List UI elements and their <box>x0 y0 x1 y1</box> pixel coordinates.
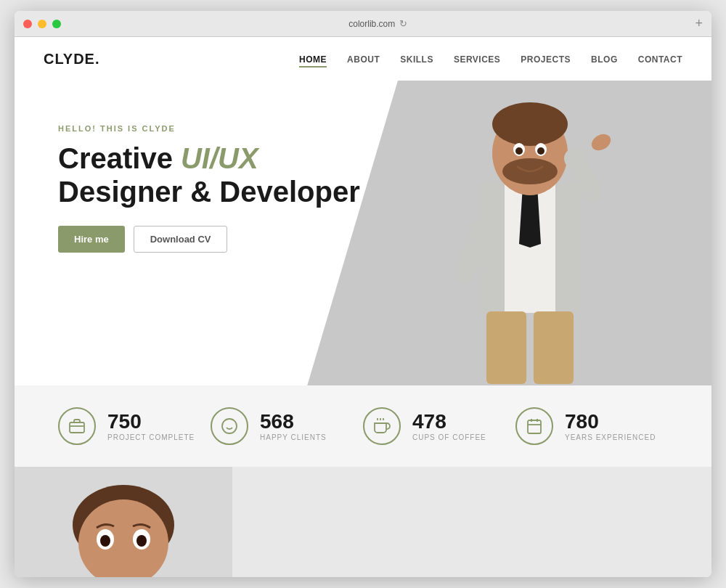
stat-clients-number: 568 <box>260 412 327 432</box>
peeking-person-svg <box>15 467 232 577</box>
stat-projects: 750 PROJECT COMPLETE <box>58 407 211 445</box>
svg-point-34 <box>136 535 147 547</box>
svg-rect-9 <box>486 311 526 384</box>
stat-coffee: 478 CUPS OF COFFEE <box>363 407 515 445</box>
stat-projects-label: PROJECT COMPLETE <box>107 433 195 441</box>
stat-experience: 780 YEARS EXPERIENCED <box>515 407 668 445</box>
nav-item-services[interactable]: SERVICES <box>454 52 500 65</box>
stat-clients-label: HAPPY CLIENTS <box>260 433 327 441</box>
about-section-preview <box>15 467 711 577</box>
nav-link-about[interactable]: ABOUT <box>347 54 380 65</box>
hero-title-part2: Designer & Developer <box>58 176 360 208</box>
stat-projects-text: 750 PROJECT COMPLETE <box>107 412 195 441</box>
hero-title-part1: Creative <box>58 142 181 174</box>
smiley-icon <box>211 407 248 445</box>
svg-point-18 <box>222 419 237 433</box>
stat-experience-number: 780 <box>565 412 656 432</box>
nav-item-contact[interactable]: CONTACT <box>638 52 682 65</box>
nav-item-blog[interactable]: BLOG <box>591 52 618 65</box>
refresh-icon[interactable]: ↻ <box>399 18 407 29</box>
briefcase-icon <box>58 407 96 445</box>
svg-rect-24 <box>528 420 541 433</box>
stat-experience-text: 780 YEARS EXPERIENCED <box>565 412 656 441</box>
nav-link-projects[interactable]: PROJECTS <box>521 54 571 65</box>
stat-clients-text: 568 HAPPY CLIENTS <box>260 412 327 441</box>
hero-title-highlight: UI/UX <box>181 142 258 174</box>
stat-clients: 568 HAPPY CLIENTS <box>211 407 363 445</box>
hero-section: HELLO! THIS IS CLYDE Creative UI/UX Desi… <box>15 81 711 385</box>
nav-link-services[interactable]: SERVICES <box>454 54 500 65</box>
nav-link-skills[interactable]: SKILLS <box>400 54 433 65</box>
stat-experience-label: YEARS EXPERIENCED <box>565 433 656 441</box>
coffee-icon <box>363 407 401 445</box>
hire-me-button[interactable]: Hire me <box>58 226 125 253</box>
navbar: CLYDE. HOME ABOUT SKILLS SERVICES PROJEC… <box>15 37 711 81</box>
browser-window: colorlib.com ↻ + CLYDE. HOME ABOUT SKILL… <box>15 11 711 577</box>
svg-rect-10 <box>534 311 574 384</box>
nav-link-contact[interactable]: CONTACT <box>638 54 682 65</box>
website-content: CLYDE. HOME ABOUT SKILLS SERVICES PROJEC… <box>15 37 711 577</box>
browser-titlebar: colorlib.com ↻ + <box>15 11 711 37</box>
download-cv-button[interactable]: Download CV <box>134 226 228 253</box>
nav-link-home[interactable]: HOME <box>299 54 327 68</box>
stat-projects-number: 750 <box>107 412 195 432</box>
nav-item-home[interactable]: HOME <box>299 52 327 65</box>
new-tab-button[interactable]: + <box>695 16 703 31</box>
nav-menu: HOME ABOUT SKILLS SERVICES PROJECTS BLOG <box>299 52 682 65</box>
close-dot[interactable] <box>23 20 32 28</box>
hero-title: Creative UI/UX Designer & Developer <box>58 142 711 208</box>
url-text: colorlib.com <box>348 19 395 29</box>
site-logo[interactable]: CLYDE. <box>44 51 100 68</box>
about-person-image <box>15 467 232 577</box>
nav-link-blog[interactable]: BLOG <box>591 54 618 65</box>
stat-coffee-text: 478 CUPS OF COFFEE <box>412 412 486 441</box>
stat-coffee-number: 478 <box>412 412 486 432</box>
nav-item-projects[interactable]: PROJECTS <box>521 52 571 65</box>
svg-rect-15 <box>70 422 84 433</box>
nav-item-about[interactable]: ABOUT <box>347 52 380 65</box>
hero-content: HELLO! THIS IS CLYDE Creative UI/UX Desi… <box>15 81 711 253</box>
stat-coffee-label: CUPS OF COFFEE <box>412 433 486 441</box>
nav-item-skills[interactable]: SKILLS <box>400 52 433 65</box>
hero-buttons: Hire me Download CV <box>58 226 711 253</box>
hero-subtitle: HELLO! THIS IS CLYDE <box>58 124 711 133</box>
minimize-dot[interactable] <box>38 20 46 28</box>
svg-point-33 <box>100 535 110 547</box>
stats-section: 750 PROJECT COMPLETE 568 HAPPY CLIENTS <box>15 385 711 467</box>
maximize-dot[interactable] <box>52 20 61 28</box>
address-bar: colorlib.com ↻ <box>67 18 689 29</box>
calendar-icon <box>515 407 553 445</box>
